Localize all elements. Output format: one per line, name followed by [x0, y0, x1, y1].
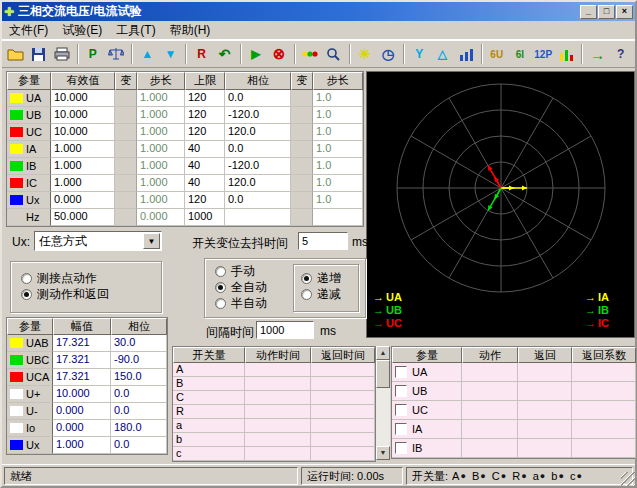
value-cell[interactable]: 10.000 — [51, 90, 115, 107]
step-cell[interactable]: 1.000 — [137, 192, 185, 209]
vary-cell[interactable] — [115, 141, 137, 158]
vary-cell[interactable] — [115, 124, 137, 141]
phase-cell[interactable]: 120.0 — [225, 124, 291, 141]
value-cell[interactable]: 10.000 — [51, 124, 115, 141]
phase-cell[interactable]: -120.0 — [225, 107, 291, 124]
zoom-button[interactable] — [322, 43, 344, 65]
limit-cell[interactable]: 120 — [185, 192, 225, 209]
result-table-scrollbar[interactable]: ▲ ▼ — [376, 346, 390, 460]
reset-button[interactable]: R — [190, 43, 212, 65]
undo-button[interactable]: ↶ — [214, 43, 236, 65]
vary-cell[interactable] — [291, 141, 313, 158]
phase-cell[interactable]: -120.0 — [225, 158, 291, 175]
sequence-button[interactable] — [555, 43, 577, 65]
checkbox[interactable] — [395, 404, 407, 416]
vary-cell[interactable] — [291, 209, 313, 226]
step-cell[interactable]: 1.000 — [137, 107, 185, 124]
vary-cell[interactable] — [291, 107, 313, 124]
output-button[interactable]: → — [586, 43, 608, 65]
value-cell[interactable]: 10.000 — [51, 107, 115, 124]
interval-input[interactable] — [256, 321, 314, 339]
run-mode-option[interactable]: 半自动 — [215, 295, 267, 311]
harmonics-button[interactable] — [454, 43, 476, 65]
ux-mode-select[interactable]: 任意方式 ▼ — [34, 231, 162, 251]
wye-connection-button[interactable]: Y — [408, 43, 430, 65]
step-cell[interactable]: 1.000 — [137, 175, 185, 192]
value-cell[interactable]: 1.000 — [51, 158, 115, 175]
limit-cell[interactable]: 40 — [185, 175, 225, 192]
menu-item[interactable]: 帮助(H) — [163, 20, 218, 41]
run-button[interactable]: ▶ — [245, 43, 267, 65]
phase-cell[interactable]: 120.0 — [225, 175, 291, 192]
vary-cell[interactable] — [291, 158, 313, 175]
vary-cell[interactable] — [115, 175, 137, 192]
value-cell[interactable]: 50.000 — [51, 209, 115, 226]
stop-button[interactable]: ⊗ — [268, 43, 290, 65]
phase-step-cell[interactable]: 1.0 — [313, 141, 363, 158]
print-button[interactable] — [50, 43, 72, 65]
vary-cell[interactable] — [115, 192, 137, 209]
phase-step-cell[interactable]: 1.0 — [313, 192, 363, 209]
step-cell[interactable]: 1.000 — [137, 141, 185, 158]
delta-connection-button[interactable]: △ — [431, 43, 453, 65]
maximize-button[interactable]: □ — [598, 5, 615, 19]
limit-cell[interactable]: 1000 — [185, 209, 225, 226]
phase-step-cell[interactable]: 1.0 — [313, 90, 363, 107]
vary-cell[interactable] — [115, 107, 137, 124]
step-cell[interactable]: 1.000 — [137, 124, 185, 141]
phase-step-cell[interactable]: 1.0 — [313, 107, 363, 124]
checkbox[interactable] — [395, 385, 407, 397]
chevron-down-icon[interactable]: ▼ — [143, 233, 160, 249]
step-cell[interactable]: 1.000 — [137, 158, 185, 175]
vary-cell[interactable] — [291, 90, 313, 107]
phase-cell[interactable]: 0.0 — [225, 141, 291, 158]
contact-mode-option[interactable]: 测动作和返回 — [21, 286, 161, 302]
direction-option[interactable]: 递减 — [301, 286, 358, 302]
checkbox[interactable] — [395, 442, 407, 454]
direction-option[interactable]: 递增 — [301, 270, 358, 286]
save-button[interactable] — [27, 43, 49, 65]
vary-cell[interactable] — [291, 124, 313, 141]
resize-grip[interactable] — [621, 472, 635, 486]
value-cell[interactable]: 0.000 — [51, 192, 115, 209]
menu-item[interactable]: 工具(T) — [109, 20, 162, 41]
checkbox[interactable] — [395, 423, 407, 435]
phase-step-cell[interactable]: 1.0 — [313, 175, 363, 192]
vary-cell[interactable] — [115, 158, 137, 175]
twelve-phase-button[interactable]: 12P — [532, 43, 554, 65]
step-cell[interactable]: 1.000 — [137, 90, 185, 107]
parameter-set-button[interactable]: P — [82, 43, 104, 65]
vary-cell[interactable] — [291, 192, 313, 209]
limit-cell[interactable]: 120 — [185, 90, 225, 107]
open-button[interactable] — [4, 43, 26, 65]
debounce-input[interactable] — [298, 232, 348, 250]
limit-cell[interactable]: 120 — [185, 107, 225, 124]
phase-cell[interactable]: 0.0 — [225, 90, 291, 107]
phase-cell[interactable] — [225, 209, 291, 226]
scroll-up-button[interactable]: ▲ — [376, 346, 390, 360]
step-cell[interactable]: 0.000 — [137, 209, 185, 226]
six-current-button[interactable]: 6I — [509, 43, 531, 65]
six-voltage-button[interactable]: 6U — [486, 43, 508, 65]
value-cell[interactable]: 1.000 — [51, 141, 115, 158]
vary-cell[interactable] — [115, 90, 137, 107]
step-down-button[interactable]: ▼ — [159, 43, 181, 65]
phase-cell[interactable]: 0.0 — [225, 192, 291, 209]
run-mode-option[interactable]: 手动 — [215, 263, 267, 279]
step-up-button[interactable]: ▲ — [136, 43, 158, 65]
value-cell[interactable]: 1.000 — [51, 175, 115, 192]
close-button[interactable]: × — [616, 5, 633, 19]
help-button[interactable]: ? — [610, 43, 632, 65]
limit-cell[interactable]: 40 — [185, 158, 225, 175]
run-mode-option[interactable]: 全自动 — [215, 279, 267, 295]
contact-mode-option[interactable]: 测接点动作 — [21, 270, 161, 286]
palette-button[interactable] — [299, 43, 321, 65]
minimize-button[interactable]: _ — [580, 5, 597, 19]
vary-cell[interactable] — [291, 175, 313, 192]
limit-cell[interactable]: 120 — [185, 124, 225, 141]
phase-step-cell[interactable]: 1.0 — [313, 158, 363, 175]
menu-item[interactable]: 试验(E) — [55, 20, 109, 41]
phase-step-cell[interactable] — [313, 209, 363, 226]
balance-button[interactable] — [105, 43, 127, 65]
menu-item[interactable]: 文件(F) — [2, 20, 55, 41]
